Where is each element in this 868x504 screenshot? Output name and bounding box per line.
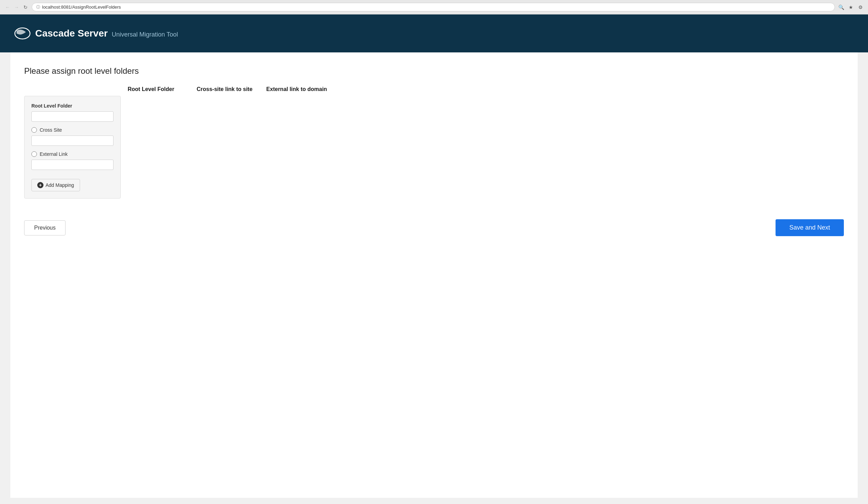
nav-footer: Previous Save and Next — [24, 212, 844, 236]
app-name-strong: Cascade Server — [35, 28, 108, 39]
form-panel: Root Level Folder Cross Site External Li… — [24, 96, 121, 199]
bookmark-icon[interactable]: ★ — [847, 4, 854, 11]
main-content: Please assign root level folders Root Le… — [10, 52, 858, 498]
col-header-external: External link to domain — [266, 86, 341, 92]
external-link-radio[interactable] — [31, 151, 37, 157]
col-header-root: Root Level Folder — [128, 86, 197, 92]
forward-button[interactable]: → — [13, 4, 20, 11]
add-mapping-label: Add Mapping — [46, 182, 74, 188]
search-icon[interactable]: 🔍 — [838, 4, 845, 11]
app-subtitle: Universal Migration Tool — [112, 31, 178, 38]
logo-icon — [14, 27, 31, 40]
content-area: Root Level Folder Cross Site External Li… — [24, 96, 844, 199]
external-link-row: External Link — [31, 151, 114, 157]
cross-site-input[interactable] — [31, 135, 114, 146]
reload-button[interactable]: ↻ — [22, 4, 29, 11]
browser-chrome: ← → ↻ ⓘ localhost:8081/AssignRootLevelFo… — [0, 0, 868, 14]
extensions-icon[interactable]: ⚙ — [857, 4, 864, 11]
add-icon: + — [37, 182, 43, 188]
back-button[interactable]: ← — [4, 4, 11, 11]
cross-site-label: Cross Site — [40, 127, 62, 133]
browser-toolbar: 🔍 ★ ⚙ — [838, 4, 864, 11]
app-title-area: Cascade Server Universal Migration Tool — [35, 28, 178, 39]
app-logo: Cascade Server Universal Migration Tool — [14, 27, 178, 40]
cross-site-row: Cross Site — [31, 127, 114, 133]
url-text: localhost:8081/AssignRootLevelFolders — [42, 4, 121, 10]
app-header: Cascade Server Universal Migration Tool — [0, 14, 868, 52]
external-link-label: External Link — [40, 151, 68, 157]
column-headers: Root Level Folder Cross-site link to sit… — [24, 86, 844, 92]
cross-site-radio[interactable] — [31, 127, 37, 133]
previous-button[interactable]: Previous — [24, 220, 66, 235]
nav-buttons: ← → ↻ — [4, 4, 29, 11]
page-title: Please assign root level folders — [24, 66, 844, 76]
root-folder-input[interactable] — [31, 111, 114, 122]
col-header-crosssite: Cross-site link to site — [197, 86, 266, 92]
app-name: Cascade Server Universal Migration Tool — [35, 28, 178, 39]
root-folder-label: Root Level Folder — [31, 103, 114, 109]
save-next-button[interactable]: Save and Next — [776, 219, 844, 236]
add-mapping-button[interactable]: + Add Mapping — [31, 179, 80, 191]
lock-icon: ⓘ — [36, 4, 40, 10]
address-bar[interactable]: ⓘ localhost:8081/AssignRootLevelFolders — [32, 3, 835, 11]
external-link-input[interactable] — [31, 160, 114, 170]
